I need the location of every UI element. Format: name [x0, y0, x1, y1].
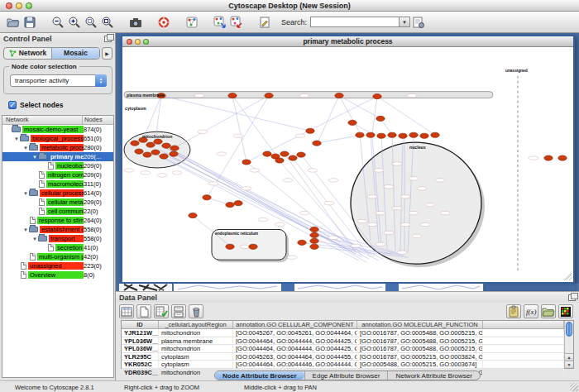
- frame-minimize-button[interactable]: [135, 39, 141, 45]
- tab-node-attribute-browser[interactable]: Node Attribute Browser: [215, 371, 304, 380]
- column-header[interactable]: _cellularLayoutRegion: [159, 321, 233, 328]
- network-edge[interactable]: [318, 96, 339, 143]
- tree-item-macromolecule[interactable]: macromolecule311(0): [2, 179, 113, 189]
- new-attribute-button[interactable]: [136, 304, 151, 318]
- network-node[interactable]: [297, 152, 305, 157]
- network-node[interactable]: [162, 143, 170, 148]
- network-node[interactable]: [558, 155, 567, 160]
- network-node[interactable]: [189, 213, 197, 218]
- network-node[interactable]: [242, 160, 251, 165]
- network-node[interactable]: [335, 93, 343, 98]
- network-node[interactable]: [377, 133, 385, 138]
- tree-item-metabolic-process[interactable]: ▼metabolic process280(0): [2, 143, 113, 152]
- network-node[interactable]: [160, 154, 168, 159]
- network-node[interactable]: [228, 93, 237, 98]
- network-node[interactable]: [143, 152, 151, 157]
- close-button[interactable]: [6, 2, 12, 9]
- float-data-panel-icon[interactable]: [568, 294, 576, 301]
- snapshot-button[interactable]: [127, 14, 144, 31]
- tree-item-overview[interactable]: Overview8(0): [2, 270, 113, 280]
- delete-attribute-button[interactable]: [189, 304, 203, 318]
- node-color-dropdown[interactable]: transporter activity ▲▼: [10, 74, 107, 87]
- tree-item-cellular-process[interactable]: ▼cellular process614(0): [2, 189, 113, 198]
- float-panel-icon[interactable]: [104, 36, 112, 42]
- expand-arrow-icon[interactable]: ▼: [22, 227, 29, 232]
- network-node[interactable]: [310, 227, 318, 232]
- expand-arrow-icon[interactable]: ▼: [31, 237, 38, 241]
- zoom-fit-button[interactable]: [99, 14, 116, 31]
- tree-item-mosaic-demo-yeast[interactable]: mosaic-demo-yeast874(0): [2, 125, 113, 134]
- new-network-button[interactable]: [184, 14, 200, 31]
- import-network-button[interactable]: [212, 14, 228, 31]
- network-node[interactable]: [420, 133, 428, 138]
- network-edge[interactable]: [175, 96, 269, 148]
- tree-item-cellular-metabol[interactable]: cellular metabol209(0): [2, 198, 113, 207]
- tab-network[interactable]: Network: [4, 48, 51, 59]
- network-node[interactable]: [348, 120, 356, 125]
- open-button[interactable]: [5, 14, 22, 31]
- network-node[interactable]: [310, 244, 318, 249]
- network-node[interactable]: [306, 128, 314, 133]
- zoom-selected-button[interactable]: [83, 14, 99, 31]
- tree-item-unassigned[interactable]: unassigned223(0): [2, 261, 113, 270]
- frame-close-button[interactable]: [127, 39, 132, 45]
- network-node[interactable]: [226, 244, 234, 249]
- network-node[interactable]: [373, 94, 381, 99]
- zoom-window-button[interactable]: [26, 2, 32, 9]
- tree-item-multi-organism-pro[interactable]: multi-organism pro42(0): [2, 252, 113, 261]
- network-node[interactable]: [298, 240, 306, 245]
- table-row[interactable]: YLR295Ccytoplasm[GO:0045263, GO:0044464,…: [122, 353, 564, 361]
- background-windows[interactable]: [116, 284, 579, 291]
- import-attributes-button[interactable]: [228, 14, 245, 31]
- network-node[interactable]: [170, 146, 179, 151]
- attribute-list-button[interactable]: [171, 304, 186, 318]
- scrollbar-thumb[interactable]: [566, 322, 572, 337]
- network-node[interactable]: [170, 151, 178, 156]
- zoom-out-button[interactable]: [50, 14, 66, 31]
- network-node[interactable]: [388, 132, 396, 137]
- expand-arrow-icon[interactable]: ▼: [22, 146, 29, 151]
- more-tabs-button[interactable]: ▶: [102, 47, 112, 60]
- tree-item-response-to-stimulu[interactable]: response to stimulu264(0): [2, 216, 113, 225]
- network-node[interactable]: [310, 238, 318, 243]
- annotation-button[interactable]: [256, 14, 273, 31]
- network-node[interactable]: [544, 155, 553, 160]
- column-header[interactable]: ID: [122, 321, 159, 328]
- network-node[interactable]: [280, 151, 289, 156]
- search-options-button[interactable]: [410, 14, 427, 31]
- column-header[interactable]: annotation.GO CELLULAR_COMPONENT: [233, 321, 357, 328]
- table-row[interactable]: YPL036W__2plasma membrane[GO:0044464, GO…: [122, 337, 564, 346]
- network-edge[interactable]: [161, 96, 310, 131]
- search-dropdown-arrow[interactable]: ▼: [400, 17, 410, 27]
- network-node[interactable]: [275, 158, 284, 163]
- network-node[interactable]: [356, 132, 364, 137]
- network-node[interactable]: [226, 203, 234, 208]
- select-attributes-button[interactable]: [119, 304, 134, 318]
- expand-arrow-icon[interactable]: ▼: [13, 136, 20, 141]
- network-view-frame[interactable]: primary metabolic process plasma membran…: [121, 35, 575, 284]
- minimize-button[interactable]: [16, 2, 22, 9]
- column-header[interactable]: annotation.GO MOLECULAR_FUNCTION: [357, 321, 483, 328]
- heatmap-button[interactable]: [558, 304, 573, 318]
- tree-item-secretion[interactable]: secretion41(0): [2, 243, 113, 252]
- tab-network-attribute-browser[interactable]: Network Attribute Browser: [387, 371, 479, 380]
- notes-button[interactable]: [506, 304, 521, 318]
- expand-arrow-icon[interactable]: ▼: [22, 191, 29, 196]
- network-node[interactable]: [376, 116, 385, 121]
- select-nodes-checkbox[interactable]: ✓: [8, 101, 17, 109]
- table-row[interactable]: YKR052Ccytoplasm[GO:0044464, GO:0044446,…: [122, 361, 564, 369]
- network-node[interactable]: [234, 201, 242, 206]
- tree-item-biological-process[interactable]: ▼biological_process651(0): [2, 134, 113, 143]
- open-attribute-file-button[interactable]: [541, 304, 556, 318]
- network-node[interactable]: [399, 133, 407, 138]
- zoom-in-button[interactable]: [66, 14, 83, 31]
- network-node[interactable]: [151, 150, 160, 155]
- network-node[interactable]: [154, 139, 162, 144]
- tree-item-nucleobase[interactable]: nucleobase-209(0): [2, 161, 113, 170]
- network-node[interactable]: [263, 151, 271, 156]
- frame-zoom-button[interactable]: [143, 39, 149, 45]
- network-node[interactable]: [146, 142, 155, 147]
- network-node[interactable]: [409, 132, 418, 137]
- scroll-up-arrow[interactable]: ▲: [565, 353, 573, 361]
- canvas-resize-grip[interactable]: [564, 273, 572, 280]
